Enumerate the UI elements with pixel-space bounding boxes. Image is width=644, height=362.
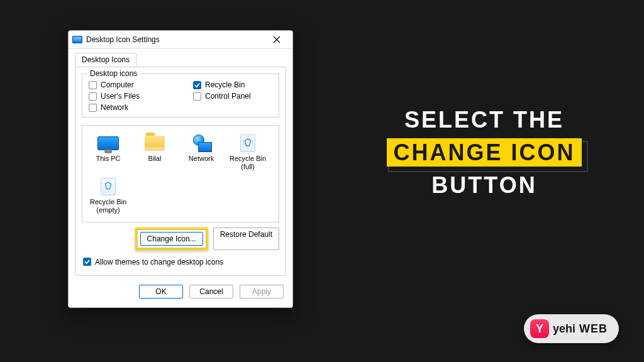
checkbox-grid: Computer User's Files Network Recycle Bi… — [89, 80, 272, 112]
checkbox-users-files-label: User's Files — [101, 92, 140, 101]
icon-item-recycle-bin-full[interactable]: Recycle Bin (full) — [226, 132, 270, 172]
watermark-badge: Y yehi WEB — [524, 314, 619, 343]
checkbox-network-label: Network — [101, 103, 128, 112]
tab-panel: Desktop icons Computer User's Files Netw… — [75, 67, 286, 276]
icon-item-recycle-bin-full-label: Recycle Bin (full) — [227, 155, 269, 170]
watermark-logo-icon: Y — [530, 319, 549, 338]
icon-item-network-label: Network — [189, 155, 214, 170]
network-icon — [189, 133, 214, 153]
icon-item-this-pc[interactable]: This PC — [86, 132, 130, 172]
icon-action-buttons: Change Icon... Restore Default — [82, 228, 279, 250]
icon-item-recycle-bin-empty[interactable]: Recycle Bin (empty) — [86, 175, 130, 215]
desktop-icons-group: Desktop icons Computer User's Files Netw… — [82, 74, 279, 118]
instruction-line-2: CHANGE ICON — [387, 138, 581, 167]
watermark-text-2: WEB — [579, 322, 608, 336]
folder-icon — [142, 133, 167, 153]
apply-button[interactable]: Apply — [240, 285, 284, 299]
instruction-highlight: CHANGE ICON — [387, 140, 581, 166]
checkbox-control-panel-label: Control Panel — [205, 92, 251, 101]
checkbox-recycle-bin[interactable]: Recycle Bin — [193, 80, 272, 89]
dialog-title: Desktop Icon Settings — [86, 35, 262, 44]
icon-item-user-folder[interactable]: Bilal — [133, 132, 177, 172]
checkbox-computer-label: Computer — [101, 80, 134, 89]
instruction-line-3: BUTTON — [352, 172, 616, 199]
icon-item-recycle-bin-empty-label: Recycle Bin (empty) — [87, 198, 129, 214]
close-icon — [273, 36, 280, 43]
restore-default-button[interactable]: Restore Default — [213, 228, 279, 250]
icon-item-user-folder-label: Bilal — [148, 155, 162, 170]
icon-item-this-pc-label: This PC — [96, 155, 120, 170]
checkbox-allow-themes[interactable]: Allow themes to change desktop icons — [83, 258, 279, 266]
checkbox-users-files[interactable]: User's Files — [89, 92, 168, 101]
icon-item-network[interactable]: Network — [179, 132, 223, 172]
icon-preview-list: This PC Bilal Network Recycle Bin (full) — [82, 125, 279, 222]
tab-strip: Desktop Icons — [69, 49, 292, 67]
desktop-icons-group-legend: Desktop icons — [87, 69, 140, 78]
dialog-footer-buttons: OK Cancel Apply — [69, 276, 292, 307]
close-button[interactable] — [266, 33, 287, 46]
ok-button[interactable]: OK — [139, 285, 183, 299]
recycle-bin-full-icon — [235, 133, 260, 153]
tab-desktop-icons[interactable]: Desktop Icons — [75, 53, 136, 67]
change-icon-button[interactable]: Change Icon... — [140, 232, 203, 246]
this-pc-icon — [96, 133, 121, 153]
checkbox-recycle-bin-label: Recycle Bin — [205, 80, 245, 89]
checkbox-computer[interactable]: Computer — [89, 80, 168, 89]
desktop-icon-settings-app-icon — [72, 36, 82, 43]
instruction-line-1: SELECT THE — [352, 107, 616, 133]
instruction-overlay: SELECT THE CHANGE ICON BUTTON — [352, 107, 616, 199]
titlebar: Desktop Icon Settings — [69, 31, 292, 49]
cancel-button[interactable]: Cancel — [189, 285, 233, 299]
watermark-text-1: yehi — [553, 322, 575, 336]
change-icon-highlight: Change Icon... — [135, 228, 208, 250]
desktop-icon-settings-dialog: Desktop Icon Settings Desktop Icons Desk… — [68, 30, 293, 308]
checkbox-network[interactable]: Network — [89, 103, 168, 112]
checkbox-allow-themes-label: Allow themes to change desktop icons — [95, 258, 223, 266]
checkbox-control-panel[interactable]: Control Panel — [193, 92, 272, 101]
recycle-bin-empty-icon — [96, 177, 121, 197]
